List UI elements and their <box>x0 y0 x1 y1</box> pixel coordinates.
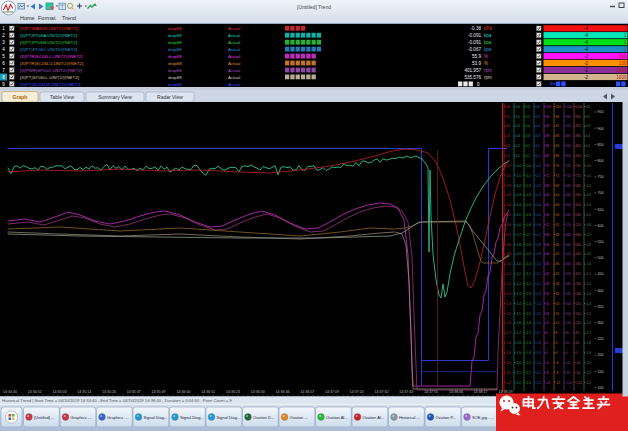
svg-text:55.9: 55.9 <box>472 54 481 59</box>
svg-text:400: 400 <box>566 252 571 256</box>
svg-text:52: 52 <box>556 223 560 227</box>
svg-text:-1.6: -1.6 <box>586 321 592 325</box>
svg-text:920: 920 <box>566 124 571 128</box>
svg-text:1: 1 <box>624 26 627 31</box>
svg-text:-2.1: -2.1 <box>516 371 522 375</box>
svg-text:360: 360 <box>566 262 571 266</box>
svg-text:14:36:34: 14:36:34 <box>251 390 265 394</box>
svg-text:Actual: Actual <box>228 54 240 59</box>
svg-text:kPa: kPa <box>484 26 492 31</box>
svg-text:Actual: Actual <box>228 40 240 45</box>
svg-text:0.2: 0.2 <box>536 144 541 148</box>
svg-text:20: 20 <box>546 302 550 306</box>
svg-text:100: 100 <box>546 105 551 109</box>
svg-text:76: 76 <box>546 164 550 168</box>
svg-text:480: 480 <box>576 233 581 237</box>
svg-text:200: 200 <box>576 302 581 306</box>
svg-text:-0.2: -0.2 <box>586 184 592 188</box>
svg-text:Signal Diag...: Signal Diag... <box>144 415 168 420</box>
svg-text:24: 24 <box>546 292 550 296</box>
svg-text:600: 600 <box>598 224 604 228</box>
svg-text:-0.1: -0.1 <box>526 174 532 178</box>
svg-text:-80: -80 <box>566 371 571 375</box>
svg-text:-0.067: -0.067 <box>468 47 481 52</box>
svg-text:[X(PWR)SPD01.UNIT2@NET2]: [X(PWR)SPD01.UNIT2@NET2] <box>20 68 82 73</box>
svg-text:720: 720 <box>576 174 581 178</box>
svg-text:-0.8: -0.8 <box>586 243 592 247</box>
svg-text:-1.1: -1.1 <box>536 272 542 276</box>
svg-text:-1.7: -1.7 <box>526 331 532 335</box>
svg-text:-1.0: -1.0 <box>526 262 532 266</box>
svg-text:0.2: 0.2 <box>516 144 521 148</box>
svg-text:0.5: 0.5 <box>506 115 511 119</box>
svg-text:40: 40 <box>546 252 550 256</box>
svg-text:800: 800 <box>566 154 571 158</box>
svg-text:-1.0: -1.0 <box>536 262 542 266</box>
svg-text:5: 5 <box>2 54 5 59</box>
svg-text:-1.8: -1.8 <box>536 341 542 345</box>
svg-text:-0.0: -0.0 <box>526 164 532 168</box>
svg-text:-0.5: -0.5 <box>586 213 592 217</box>
svg-text:880: 880 <box>566 134 571 138</box>
svg-text:14:35:03: 14:35:03 <box>53 390 67 394</box>
svg-text:-0.7: -0.7 <box>506 233 512 237</box>
svg-text:%: % <box>484 61 488 66</box>
svg-text:84: 84 <box>546 144 550 148</box>
svg-text:450: 450 <box>598 272 604 276</box>
svg-text:750: 750 <box>598 175 604 179</box>
svg-text:-0.5: -0.5 <box>536 213 542 217</box>
svg-text:24: 24 <box>556 292 560 296</box>
svg-text:120: 120 <box>566 321 571 325</box>
svg-text:drop88: drop88 <box>168 54 182 59</box>
svg-text:88: 88 <box>556 134 560 138</box>
svg-text:0.2: 0.2 <box>586 144 591 148</box>
svg-text:14:37:20: 14:37:20 <box>350 390 364 394</box>
svg-text:-0.0: -0.0 <box>516 164 522 168</box>
svg-text:-8: -8 <box>556 371 559 375</box>
svg-text:1000: 1000 <box>566 105 573 109</box>
svg-text:-1.8: -1.8 <box>586 341 592 345</box>
svg-text:14:36:57: 14:36:57 <box>300 390 314 394</box>
svg-text:0.1: 0.1 <box>506 154 511 158</box>
svg-text:8: 8 <box>2 75 5 80</box>
svg-text:Signal Diag...: Signal Diag... <box>180 415 204 420</box>
svg-text:drop88: drop88 <box>168 47 182 52</box>
svg-text:-0.1: -0.1 <box>516 174 522 178</box>
svg-text:kpa: kpa <box>484 33 492 38</box>
svg-text:-1.7: -1.7 <box>506 331 512 335</box>
svg-text:84: 84 <box>556 144 560 148</box>
svg-text:100: 100 <box>619 61 627 66</box>
svg-text:40: 40 <box>566 341 570 345</box>
svg-text:[X(PTR)SC06LL.UNIT2@NET2]: [X(PTR)SC06LL.UNIT2@NET2] <box>20 54 83 59</box>
svg-text:800: 800 <box>598 159 604 163</box>
svg-text:Ovation Al...: Ovation Al... <box>363 415 385 420</box>
svg-text:1: 1 <box>624 40 627 45</box>
svg-text:56: 56 <box>546 213 550 217</box>
svg-text:Trend: Trend <box>62 15 76 21</box>
svg-text:-0.3: -0.3 <box>536 193 542 197</box>
svg-text:-1.2: -1.2 <box>506 282 512 286</box>
svg-text:600: 600 <box>576 203 581 207</box>
svg-text:-1.3: -1.3 <box>586 292 592 296</box>
svg-text:-0.7: -0.7 <box>536 233 542 237</box>
svg-text:0.1: 0.1 <box>526 154 531 158</box>
svg-text:92: 92 <box>556 124 560 128</box>
svg-text:-1.3: -1.3 <box>526 292 532 296</box>
svg-text:-1.3: -1.3 <box>516 292 522 296</box>
svg-text:-2: -2 <box>584 61 589 66</box>
svg-text:14:34:40: 14:34:40 <box>3 390 17 394</box>
svg-text:160: 160 <box>576 312 581 316</box>
svg-text:88: 88 <box>546 134 550 138</box>
svg-text:72: 72 <box>546 174 550 178</box>
svg-text:rpm: rpm <box>484 75 492 80</box>
svg-text:Table View: Table View <box>50 94 74 100</box>
svg-text:48: 48 <box>556 233 560 237</box>
svg-text:12: 12 <box>556 321 560 325</box>
svg-text:%: % <box>484 54 488 59</box>
svg-text:-2.0: -2.0 <box>586 361 592 365</box>
svg-text:900: 900 <box>598 127 604 131</box>
svg-text:550: 550 <box>598 240 604 244</box>
svg-text:drop88: drop88 <box>168 82 182 87</box>
svg-text:16: 16 <box>546 312 550 316</box>
svg-text:-1.9: -1.9 <box>516 351 522 355</box>
